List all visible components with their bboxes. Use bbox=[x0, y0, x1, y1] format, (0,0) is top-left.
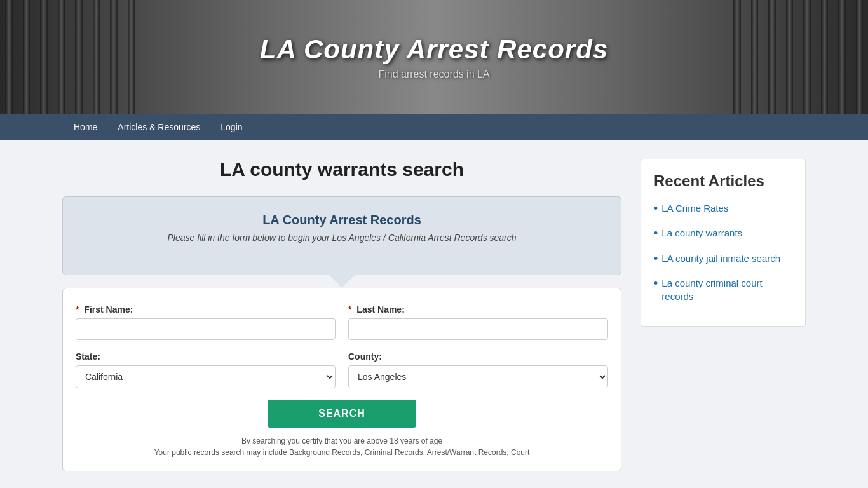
state-label: State: bbox=[76, 351, 336, 362]
county-select[interactable]: Los Angeles bbox=[348, 365, 608, 388]
info-card-title: LA County Arrest Records bbox=[82, 213, 602, 227]
search-btn-wrap: SEARCH bbox=[76, 400, 608, 428]
required-star-first: * bbox=[76, 304, 79, 315]
nav-login[interactable]: Login bbox=[210, 114, 252, 140]
site-title: LA County Arrest Records bbox=[260, 34, 608, 65]
county-label: County: bbox=[348, 351, 608, 362]
article-link-4[interactable]: La county criminal court records bbox=[661, 276, 792, 303]
list-item: • LA county jail inmate search bbox=[654, 252, 792, 266]
bars-left bbox=[0, 0, 140, 114]
bullet-icon: • bbox=[654, 252, 658, 266]
site-header: LA County Arrest Records Find arrest rec… bbox=[0, 0, 868, 114]
card-arrow bbox=[329, 275, 355, 288]
first-name-label: * First Name: bbox=[76, 304, 336, 315]
state-select[interactable]: California bbox=[76, 365, 336, 388]
page-title: LA county warrants search bbox=[62, 159, 621, 180]
site-nav: Home Articles & Resources Login bbox=[0, 114, 868, 140]
info-card-subtitle: Please fill in the form below to begin y… bbox=[82, 233, 602, 243]
header-content: LA County Arrest Records Find arrest rec… bbox=[260, 34, 608, 80]
last-name-group: * Last Name: bbox=[348, 304, 608, 340]
bullet-icon: • bbox=[654, 226, 658, 241]
first-name-input[interactable] bbox=[76, 318, 336, 340]
bars-right bbox=[728, 0, 868, 114]
search-button[interactable]: SEARCH bbox=[268, 400, 416, 428]
site-subtitle: Find arrest records in LA bbox=[260, 69, 608, 80]
article-link-3[interactable]: LA county jail inmate search bbox=[661, 252, 780, 265]
bullet-icon: • bbox=[654, 201, 658, 216]
list-item: • La county warrants bbox=[654, 226, 792, 241]
content-area: LA county warrants search LA County Arre… bbox=[62, 159, 621, 471]
search-form: * First Name: * Last Name: State: bbox=[62, 288, 621, 471]
state-group: State: California bbox=[76, 351, 336, 388]
form-note-2: Your public records search may include B… bbox=[76, 447, 608, 458]
list-item: • LA Crime Rates bbox=[654, 201, 792, 216]
required-star-last: * bbox=[348, 304, 351, 315]
location-row: State: California County: Los Angeles bbox=[76, 351, 608, 388]
list-item: • La county criminal court records bbox=[654, 276, 792, 303]
bullet-icon: • bbox=[654, 276, 658, 291]
article-link-1[interactable]: LA Crime Rates bbox=[661, 201, 728, 215]
article-link-2[interactable]: La county warrants bbox=[661, 226, 742, 240]
name-row: * First Name: * Last Name: bbox=[76, 304, 608, 340]
last-name-label: * Last Name: bbox=[348, 304, 608, 315]
nav-articles[interactable]: Articles & Resources bbox=[107, 114, 210, 140]
sidebar-title: Recent Articles bbox=[654, 172, 792, 190]
recent-articles-section: Recent Articles • LA Crime Rates • La co… bbox=[641, 159, 806, 327]
first-name-group: * First Name: bbox=[76, 304, 336, 340]
nav-home[interactable]: Home bbox=[64, 114, 107, 140]
county-group: County: Los Angeles bbox=[348, 351, 608, 388]
sidebar: Recent Articles • LA Crime Rates • La co… bbox=[641, 159, 806, 471]
info-card: LA County Arrest Records Please fill in … bbox=[62, 196, 621, 275]
form-note-1: By searching you certify that you are ab… bbox=[76, 435, 608, 447]
articles-list: • LA Crime Rates • La county warrants • … bbox=[654, 201, 792, 303]
main-container: LA county warrants search LA County Arre… bbox=[53, 140, 815, 488]
last-name-input[interactable] bbox=[348, 318, 608, 340]
